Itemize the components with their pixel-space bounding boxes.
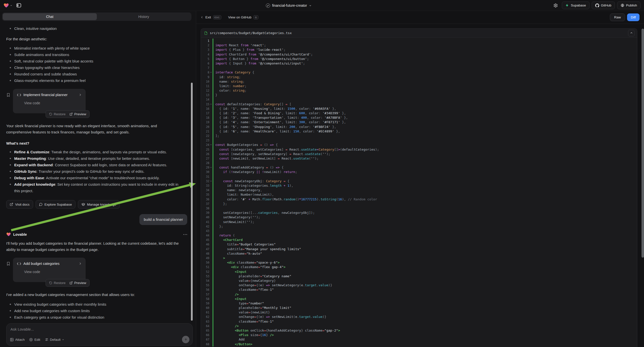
code-line: 42 }; — [201, 224, 637, 229]
chat-scroll-area[interactable]: Clean, intuitive navigation For the desi… — [0, 22, 196, 322]
restore-button[interactable]: Restore — [49, 281, 66, 285]
lovable-heart-icon — [6, 232, 11, 237]
code-line: 23 — [201, 138, 637, 143]
fold-gutter — [209, 242, 212, 247]
fold-chevron-icon[interactable]: ▾ — [209, 165, 212, 170]
code-line: 57 /> — [201, 292, 637, 297]
code-line: 18 { id: '3', name: 'Transportation', li… — [201, 116, 637, 120]
chat-scrollbar[interactable] — [191, 83, 193, 320]
assistant-message: I'll help you add budget categories to t… — [6, 240, 182, 253]
visit-docs-button[interactable]: Visit docs — [6, 200, 33, 208]
exit-button[interactable]: Exit ESC — [201, 15, 221, 20]
code-line: 21 { id: '6', name: 'Healthcare', limit:… — [201, 129, 637, 134]
attach-button[interactable]: Attach — [10, 338, 25, 342]
list-item: View existing budget categories with the… — [6, 301, 187, 308]
fold-gutter — [209, 224, 212, 229]
bookmark-icon[interactable] — [6, 262, 10, 266]
code-line: 38 — [201, 206, 637, 210]
lovable-logo-menu[interactable] — [4, 3, 12, 8]
tab-chat[interactable]: Chat — [3, 13, 97, 20]
github-icon — [595, 4, 599, 8]
fold-gutter — [209, 134, 212, 138]
version-actions: Restore Preview — [46, 279, 90, 287]
assistant-message: Your sleek financial planner is now read… — [6, 123, 182, 135]
fold-gutter — [209, 93, 212, 97]
file-added-icon — [204, 31, 208, 35]
whats-next-heading: What's next? — [6, 141, 187, 145]
version-card[interactable]: Implement financial planner View code — [13, 89, 86, 113]
fold-gutter — [209, 84, 212, 88]
raw-button[interactable]: Raw — [610, 14, 625, 21]
version-card[interactable]: Add budget categories View code — [13, 258, 86, 282]
fold-gutter — [209, 116, 212, 120]
settings-button[interactable] — [552, 2, 560, 10]
more-options-icon[interactable] — [183, 234, 187, 235]
fold-gutter — [209, 170, 212, 174]
code-line: 59 type="number" — [201, 301, 637, 306]
preview-button[interactable]: Preview — [70, 112, 86, 116]
sidebar-toggle-button[interactable] — [15, 2, 22, 9]
fold-gutter — [209, 247, 212, 252]
restore-button[interactable]: Restore — [49, 112, 66, 116]
github-button[interactable]: GitHub — [592, 2, 615, 9]
bookmark-icon[interactable] — [6, 93, 10, 97]
fold-gutter — [209, 138, 212, 143]
fold-gutter — [209, 283, 212, 288]
code-line: 46 title="Budget Categories" — [201, 242, 637, 247]
code-line: 11 limit: number; — [201, 84, 637, 88]
code-line: 9 id: string; — [201, 75, 637, 80]
file-card-header[interactable]: src/components/budget/BudgetCategories.t… — [201, 29, 637, 38]
view-on-github-link[interactable]: View on GitHub G — [228, 15, 258, 20]
fold-gutter — [209, 333, 212, 337]
supabase-button[interactable]: Supabase — [562, 2, 590, 9]
code-line: 32▾ const newCategoryObj: Category = { — [201, 179, 637, 184]
send-button[interactable] — [182, 336, 190, 343]
code-editor[interactable]: 1 2import React from 'react';3import { P… — [201, 38, 637, 346]
code-line: 60 placeholder="Monthly limit" — [201, 306, 637, 310]
fold-gutter — [209, 301, 212, 306]
code-line: 51 <div className="flex gap-4"> — [201, 265, 637, 269]
publish-button[interactable]: Publish — [617, 2, 640, 9]
code-line: 34 name: newCategory, — [201, 188, 637, 192]
code-line: 36 color: '#' + Math.floor(Math.random()… — [201, 197, 637, 202]
list-item: Glass-morphic elements for a premium fee… — [6, 78, 187, 84]
fold-gutter — [209, 80, 212, 84]
fold-chevron-icon[interactable]: ▾ — [209, 102, 212, 106]
code-icon — [17, 262, 21, 265]
tab-history[interactable]: History — [97, 13, 191, 20]
code-scrollbar[interactable] — [642, 29, 644, 258]
publish-label: Publish — [626, 4, 637, 7]
assistant-name: Lovable — [13, 232, 27, 236]
chevron-down-icon — [309, 4, 312, 7]
explore-supabase-button[interactable]: Explore Supabase — [36, 200, 76, 208]
collapse-button[interactable] — [628, 30, 634, 36]
code-line: 15▾const defaultCategories: Category[] =… — [201, 102, 637, 106]
diff-button[interactable]: Diff — [627, 14, 640, 21]
fold-gutter — [209, 52, 212, 57]
fold-chevron-icon[interactable]: ▾ — [209, 70, 212, 75]
list-item: Refine & Customize: Tweak the design, an… — [6, 149, 187, 155]
view-code-link[interactable]: View code — [24, 270, 82, 274]
chat-history-tabs: Chat History — [2, 12, 192, 21]
mode-selector[interactable]: Default — [45, 338, 64, 342]
fold-chevron-icon[interactable]: ▾ — [209, 143, 212, 147]
view-code-link[interactable]: View code — [24, 101, 82, 105]
fold-gutter — [209, 256, 212, 260]
edit-button[interactable]: Edit — [29, 338, 40, 342]
code-line: 39 setCategories([...categories, newCate… — [201, 210, 637, 215]
fold-gutter — [209, 297, 212, 301]
fold-chevron-icon[interactable]: ▾ — [209, 179, 212, 184]
graduation-cap-icon — [82, 202, 85, 206]
code-line: 24▾const BudgetCategories = () => { — [201, 143, 637, 147]
list-item: Clean, intuitive navigation — [6, 26, 187, 32]
preview-button[interactable]: Preview — [70, 281, 86, 285]
chat-input[interactable] — [10, 327, 188, 334]
fold-gutter — [209, 288, 212, 292]
manage-knowledge-button[interactable]: Manage knowledge — [78, 200, 120, 208]
topbar: financial-future-creator Supabase GitHub… — [0, 0, 644, 11]
fold-gutter — [209, 270, 212, 274]
code-line: 58 <Input — [201, 297, 637, 301]
project-switcher[interactable]: financial-future-creator — [266, 0, 312, 11]
code-line: 29▾ const handleAddCategory = () => { — [201, 165, 637, 170]
code-line: 50 <div className="space-y-6"> — [201, 260, 637, 265]
